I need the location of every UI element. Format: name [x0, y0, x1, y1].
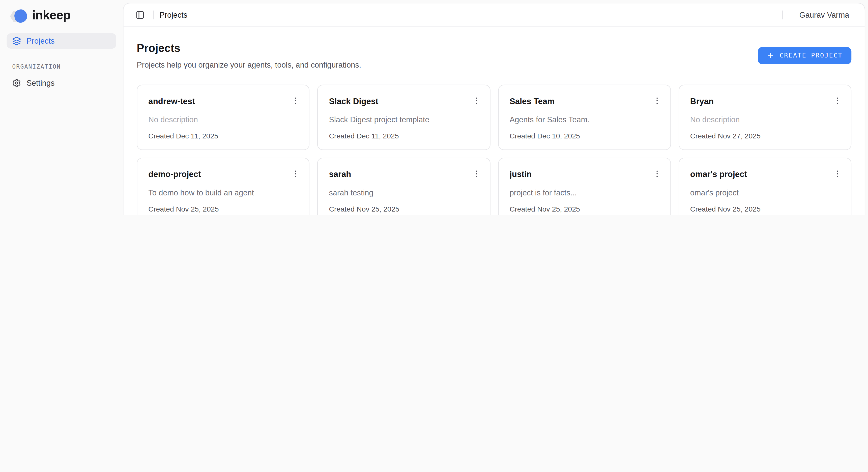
- kebab-menu-icon: [833, 96, 842, 105]
- page-title: Projects: [137, 40, 361, 56]
- projects-grid: andrew-test No description Created Dec 1…: [124, 85, 865, 215]
- project-description: omar's project: [690, 187, 840, 198]
- sidebar-item-label: Settings: [27, 79, 55, 88]
- user-menu-trigger[interactable]: Gaurav Varma: [799, 10, 856, 19]
- project-name: Bryan: [690, 96, 840, 107]
- project-description: No description: [690, 114, 840, 125]
- logo-wordmark: inkeep: [32, 9, 70, 23]
- project-description: Slack Digest project template: [329, 114, 478, 125]
- sidebar-spacer: [0, 91, 123, 215]
- create-project-button[interactable]: CREATE PROJECT: [758, 46, 851, 64]
- sidebar-org-nav: Settings: [0, 70, 123, 91]
- project-name: omar's project: [690, 169, 840, 180]
- project-name: sarah: [329, 169, 478, 180]
- kebab-menu-icon: [472, 96, 480, 105]
- project-name: justin: [510, 169, 659, 180]
- page-header: Projects Projects help you organize your…: [124, 27, 865, 70]
- project-created-date: Created Nov 25, 2025: [148, 204, 298, 214]
- top-bar: Projects Gaurav Varma: [124, 3, 865, 27]
- project-menu-button[interactable]: [830, 166, 845, 182]
- create-project-button-label: CREATE PROJECT: [779, 52, 842, 59]
- project-menu-button[interactable]: [288, 166, 303, 182]
- project-menu-button[interactable]: [649, 166, 664, 182]
- app-root: inkeep Projects ORGANIZATION: [0, 0, 868, 215]
- breadcrumb: Projects: [159, 10, 187, 19]
- project-card[interactable]: Sales Team Agents for Sales Team. Create…: [498, 85, 671, 150]
- project-name: Slack Digest: [329, 96, 478, 107]
- kebab-menu-icon: [653, 96, 661, 105]
- project-card[interactable]: Bryan No description Created Nov 27, 202…: [679, 85, 851, 150]
- project-description: sarah testing: [329, 187, 478, 198]
- project-name: Sales Team: [510, 96, 659, 107]
- page-header-text: Projects Projects help you organize your…: [137, 40, 361, 70]
- plus-icon: [767, 52, 775, 59]
- sidebar-toggle-button[interactable]: [132, 7, 148, 22]
- project-created-date: Created Dec 11, 2025: [329, 131, 478, 141]
- kebab-menu-icon: [833, 169, 842, 178]
- project-description: No description: [148, 114, 298, 125]
- main-content: Projects Gaurav Varma Projects Projects …: [123, 3, 865, 215]
- panel-left-icon: [136, 10, 145, 19]
- sidebar: inkeep Projects ORGANIZATION: [0, 0, 123, 215]
- sidebar-section-label: ORGANIZATION: [0, 63, 123, 70]
- inkeep-logo-icon: [10, 9, 27, 23]
- project-created-date: Created Nov 25, 2025: [329, 204, 478, 214]
- kebab-menu-icon: [291, 169, 300, 178]
- project-card[interactable]: Slack Digest Slack Digest project templa…: [317, 85, 490, 150]
- sidebar-item-settings[interactable]: Settings: [6, 75, 116, 91]
- header-divider: [782, 10, 783, 19]
- project-description: To demo how to build an agent: [148, 187, 298, 198]
- project-menu-button[interactable]: [830, 93, 845, 108]
- project-created-date: Created Dec 10, 2025: [510, 131, 659, 141]
- project-description: project is for facts...: [510, 187, 659, 198]
- project-created-date: Created Nov 25, 2025: [690, 204, 840, 214]
- project-name: demo-project: [148, 169, 298, 180]
- project-menu-button[interactable]: [469, 93, 484, 108]
- logo-blue-blob-shape: [14, 9, 27, 23]
- sidebar-main-nav: Projects: [0, 29, 123, 49]
- project-name: andrew-test: [148, 96, 298, 107]
- inkeep-logo: inkeep: [0, 0, 123, 29]
- project-card[interactable]: sarah sarah testing Created Nov 25, 2025: [317, 158, 490, 215]
- header-divider: [153, 10, 154, 19]
- page-subtitle: Projects help you organize your agents, …: [137, 59, 361, 70]
- project-card[interactable]: demo-project To demo how to build an age…: [137, 158, 309, 215]
- sidebar-item-label: Projects: [27, 37, 55, 45]
- gear-icon: [12, 79, 21, 88]
- project-created-date: Created Nov 27, 2025: [690, 131, 840, 141]
- kebab-menu-icon: [472, 169, 480, 178]
- kebab-menu-icon: [291, 96, 300, 105]
- project-menu-button[interactable]: [288, 93, 303, 108]
- top-bar-right: Gaurav Varma: [777, 10, 856, 19]
- kebab-menu-icon: [653, 169, 661, 178]
- project-card[interactable]: omar's project omar's project Created No…: [679, 158, 851, 215]
- project-description: Agents for Sales Team.: [510, 114, 659, 125]
- project-menu-button[interactable]: [649, 93, 664, 108]
- layers-icon: [12, 37, 21, 45]
- project-card[interactable]: andrew-test No description Created Dec 1…: [137, 85, 309, 150]
- project-created-date: Created Nov 25, 2025: [510, 204, 659, 214]
- project-menu-button[interactable]: [469, 166, 484, 182]
- project-card[interactable]: justin project is for facts... Created N…: [498, 158, 671, 215]
- project-created-date: Created Dec 11, 2025: [148, 131, 298, 141]
- sidebar-item-projects[interactable]: Projects: [6, 33, 116, 49]
